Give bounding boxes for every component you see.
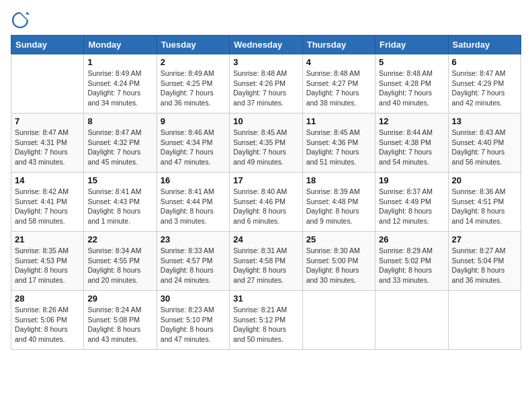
day-number: 26: [379, 234, 444, 244]
week-row-1: 1Sunrise: 8:49 AM Sunset: 4:24 PM Daylig…: [11, 54, 521, 113]
day-info: Sunrise: 8:31 AM Sunset: 4:58 PM Dayligh…: [233, 246, 298, 285]
logo: [11, 11, 32, 30]
day-number: 4: [306, 57, 371, 67]
calendar-table: SundayMondayTuesdayWednesdayThursdayFrid…: [11, 35, 521, 350]
day-info: Sunrise: 8:33 AM Sunset: 4:57 PM Dayligh…: [161, 246, 226, 285]
calendar-cell: 30Sunrise: 8:23 AM Sunset: 5:10 PM Dayli…: [157, 291, 229, 350]
calendar-cell: 25Sunrise: 8:30 AM Sunset: 5:00 PM Dayli…: [302, 232, 375, 291]
day-info: Sunrise: 8:44 AM Sunset: 4:38 PM Dayligh…: [379, 128, 444, 167]
calendar-cell: [448, 291, 521, 350]
calendar-cell: 2Sunrise: 8:49 AM Sunset: 4:25 PM Daylig…: [157, 54, 229, 113]
day-number: 31: [233, 293, 298, 304]
day-info: Sunrise: 8:48 AM Sunset: 4:27 PM Dayligh…: [306, 68, 371, 108]
day-number: 3: [233, 57, 298, 67]
day-info: Sunrise: 8:48 AM Sunset: 4:28 PM Dayligh…: [379, 68, 444, 108]
col-header-wednesday: Wednesday: [230, 36, 302, 54]
day-number: 7: [15, 116, 80, 126]
day-info: Sunrise: 8:21 AM Sunset: 5:12 PM Dayligh…: [233, 305, 298, 345]
day-info: Sunrise: 8:47 AM Sunset: 4:29 PM Dayligh…: [452, 68, 517, 108]
day-number: 16: [161, 175, 226, 185]
calendar-cell: 28Sunrise: 8:26 AM Sunset: 5:06 PM Dayli…: [11, 291, 84, 350]
day-number: 17: [233, 175, 298, 185]
calendar-cell: 17Sunrise: 8:40 AM Sunset: 4:46 PM Dayli…: [230, 173, 302, 232]
logo-icon: [11, 11, 30, 30]
day-info: Sunrise: 8:49 AM Sunset: 4:24 PM Dayligh…: [87, 68, 152, 108]
day-info: Sunrise: 8:43 AM Sunset: 4:40 PM Dayligh…: [452, 128, 517, 167]
day-info: Sunrise: 8:29 AM Sunset: 5:02 PM Dayligh…: [379, 246, 444, 285]
day-info: Sunrise: 8:45 AM Sunset: 4:36 PM Dayligh…: [306, 128, 371, 167]
day-number: 9: [161, 116, 226, 126]
calendar-cell: 19Sunrise: 8:37 AM Sunset: 4:49 PM Dayli…: [375, 173, 448, 232]
day-info: Sunrise: 8:34 AM Sunset: 4:55 PM Dayligh…: [87, 246, 152, 285]
calendar-cell: 14Sunrise: 8:42 AM Sunset: 4:41 PM Dayli…: [11, 173, 84, 232]
day-info: Sunrise: 8:48 AM Sunset: 4:26 PM Dayligh…: [233, 68, 298, 108]
day-number: 24: [233, 234, 298, 244]
day-number: 1: [87, 57, 152, 67]
day-info: Sunrise: 8:24 AM Sunset: 5:08 PM Dayligh…: [87, 305, 152, 345]
day-info: Sunrise: 8:26 AM Sunset: 5:06 PM Dayligh…: [15, 305, 80, 345]
calendar-cell: 1Sunrise: 8:49 AM Sunset: 4:24 PM Daylig…: [84, 54, 157, 113]
calendar-cell: 5Sunrise: 8:48 AM Sunset: 4:28 PM Daylig…: [375, 54, 448, 113]
day-info: Sunrise: 8:30 AM Sunset: 5:00 PM Dayligh…: [306, 246, 371, 285]
day-number: 28: [15, 293, 80, 304]
calendar-cell: 20Sunrise: 8:36 AM Sunset: 4:51 PM Dayli…: [448, 173, 521, 232]
day-number: 6: [452, 57, 517, 67]
calendar-cell: 10Sunrise: 8:45 AM Sunset: 4:35 PM Dayli…: [230, 113, 302, 173]
day-info: Sunrise: 8:40 AM Sunset: 4:46 PM Dayligh…: [233, 187, 298, 226]
day-number: 5: [379, 57, 444, 67]
calendar-cell: 15Sunrise: 8:41 AM Sunset: 4:43 PM Dayli…: [84, 173, 157, 232]
week-row-4: 21Sunrise: 8:35 AM Sunset: 4:53 PM Dayli…: [11, 232, 521, 291]
day-info: Sunrise: 8:47 AM Sunset: 4:32 PM Dayligh…: [87, 128, 152, 167]
calendar-cell: 12Sunrise: 8:44 AM Sunset: 4:38 PM Dayli…: [375, 113, 448, 173]
day-info: Sunrise: 8:39 AM Sunset: 4:48 PM Dayligh…: [306, 187, 371, 226]
day-info: Sunrise: 8:45 AM Sunset: 4:35 PM Dayligh…: [233, 128, 298, 167]
day-number: 30: [161, 293, 226, 304]
calendar-cell: 21Sunrise: 8:35 AM Sunset: 4:53 PM Dayli…: [11, 232, 84, 291]
col-header-friday: Friday: [375, 36, 448, 54]
calendar-cell: 26Sunrise: 8:29 AM Sunset: 5:02 PM Dayli…: [375, 232, 448, 291]
day-number: 8: [87, 116, 152, 126]
day-number: 25: [306, 234, 371, 244]
week-row-2: 7Sunrise: 8:47 AM Sunset: 4:31 PM Daylig…: [11, 113, 521, 173]
calendar-cell: 11Sunrise: 8:45 AM Sunset: 4:36 PM Dayli…: [302, 113, 375, 173]
calendar-cell: 13Sunrise: 8:43 AM Sunset: 4:40 PM Dayli…: [448, 113, 521, 173]
calendar-cell: 3Sunrise: 8:48 AM Sunset: 4:26 PM Daylig…: [230, 54, 302, 113]
day-number: 13: [452, 116, 517, 126]
day-number: 29: [87, 293, 152, 304]
day-number: 18: [306, 175, 371, 185]
day-info: Sunrise: 8:37 AM Sunset: 4:49 PM Dayligh…: [379, 187, 444, 226]
day-info: Sunrise: 8:27 AM Sunset: 5:04 PM Dayligh…: [452, 246, 517, 285]
day-info: Sunrise: 8:41 AM Sunset: 4:44 PM Dayligh…: [161, 187, 226, 226]
day-number: 19: [379, 175, 444, 185]
calendar-cell: 16Sunrise: 8:41 AM Sunset: 4:44 PM Dayli…: [157, 173, 229, 232]
calendar-cell: 8Sunrise: 8:47 AM Sunset: 4:32 PM Daylig…: [84, 113, 157, 173]
calendar-cell: 9Sunrise: 8:46 AM Sunset: 4:34 PM Daylig…: [157, 113, 229, 173]
header-row: SundayMondayTuesdayWednesdayThursdayFrid…: [11, 36, 521, 54]
day-number: 21: [15, 234, 80, 244]
calendar-cell: 6Sunrise: 8:47 AM Sunset: 4:29 PM Daylig…: [448, 54, 521, 113]
col-header-sunday: Sunday: [11, 36, 84, 54]
calendar-cell: [11, 54, 84, 113]
header: [11, 11, 521, 30]
day-number: 12: [379, 116, 444, 126]
day-info: Sunrise: 8:42 AM Sunset: 4:41 PM Dayligh…: [15, 187, 80, 226]
calendar-cell: 4Sunrise: 8:48 AM Sunset: 4:27 PM Daylig…: [302, 54, 375, 113]
day-info: Sunrise: 8:36 AM Sunset: 4:51 PM Dayligh…: [452, 187, 517, 226]
calendar-cell: 22Sunrise: 8:34 AM Sunset: 4:55 PM Dayli…: [84, 232, 157, 291]
day-number: 20: [452, 175, 517, 185]
calendar-cell: 29Sunrise: 8:24 AM Sunset: 5:08 PM Dayli…: [84, 291, 157, 350]
day-number: 27: [452, 234, 517, 244]
col-header-thursday: Thursday: [302, 36, 375, 54]
col-header-monday: Monday: [84, 36, 157, 54]
day-number: 22: [87, 234, 152, 244]
day-number: 2: [161, 57, 226, 67]
calendar-cell: 18Sunrise: 8:39 AM Sunset: 4:48 PM Dayli…: [302, 173, 375, 232]
day-info: Sunrise: 8:35 AM Sunset: 4:53 PM Dayligh…: [15, 246, 80, 285]
day-number: 15: [87, 175, 152, 185]
col-header-tuesday: Tuesday: [157, 36, 229, 54]
calendar-cell: 31Sunrise: 8:21 AM Sunset: 5:12 PM Dayli…: [230, 291, 302, 350]
week-row-5: 28Sunrise: 8:26 AM Sunset: 5:06 PM Dayli…: [11, 291, 521, 350]
calendar-cell: [302, 291, 375, 350]
calendar-cell: 24Sunrise: 8:31 AM Sunset: 4:58 PM Dayli…: [230, 232, 302, 291]
day-info: Sunrise: 8:41 AM Sunset: 4:43 PM Dayligh…: [87, 187, 152, 226]
